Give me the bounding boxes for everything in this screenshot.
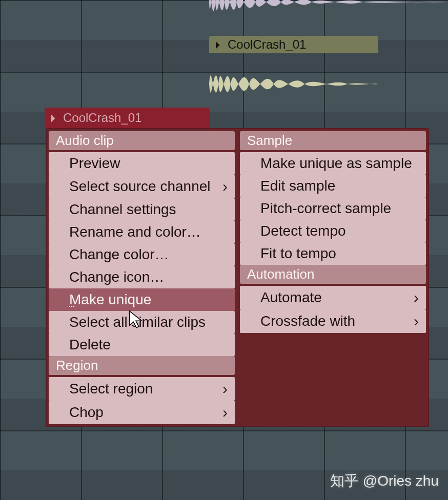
menu-item-label: Preview [69, 155, 120, 172]
waveform [209, 0, 448, 23]
play-icon: ⏵ [213, 39, 223, 50]
menu-item-label: Pitch-correct sample [260, 200, 391, 217]
clip-name: CoolCrash_01 [228, 37, 306, 52]
menu-item-label: Change icon… [69, 269, 164, 285]
audio-clip-b[interactable]: ⏵ CoolCrash_01 [209, 36, 378, 115]
chevron-right-icon: › [222, 380, 228, 398]
menu-item-label: Change color… [69, 246, 169, 263]
menu-item-label: Select all similar clips [69, 314, 206, 330]
audio-clip-c[interactable]: ⏵ CoolCrash_01 [45, 108, 210, 128]
menu-item-channel-settings[interactable]: Channel settings [49, 198, 235, 221]
menu-item-change-icon[interactable]: Change icon… [49, 266, 235, 288]
menu-item-make-unique[interactable]: Make unique [49, 288, 235, 311]
menu-item-label: Delete [69, 337, 111, 353]
chevron-right-icon: › [414, 289, 419, 306]
menu-item-label: Crossfade with [260, 313, 355, 329]
section-header-region: Region [49, 356, 235, 375]
menu-item-label: Detect tempo [260, 223, 346, 239]
menu-item-preview[interactable]: Preview [49, 152, 235, 175]
menu-item-edit-sample[interactable]: Edit sample [240, 175, 426, 197]
menu-item-rename-and-color[interactable]: Rename and color… [49, 221, 235, 243]
menu-item-crossfade-with[interactable]: Crossfade with › [240, 309, 426, 333]
menu-item-select-all-similar-clips[interactable]: Select all similar clips [49, 311, 235, 334]
clip-header[interactable]: ⏵ CoolCrash_01 [209, 36, 378, 53]
watermark: 知乎 @Ories zhu [330, 471, 439, 491]
clip-name: CoolCrash_01 [63, 111, 141, 125]
audio-clip-a[interactable] [209, 0, 448, 23]
menu-item-label: Fit to tempo [260, 245, 336, 262]
menu-item-label: Select source channel [69, 178, 211, 195]
menu-item-fit-to-tempo[interactable]: Fit to tempo [240, 242, 426, 265]
menu-item-chop[interactable]: Chop › [49, 401, 235, 424]
menu-item-change-color[interactable]: Change color… [49, 243, 235, 266]
menu-item-label: Edit sample [260, 178, 335, 194]
clip-header[interactable]: ⏵ CoolCrash_01 [45, 108, 210, 128]
menu-item-automate[interactable]: Automate › [240, 286, 426, 309]
chevron-right-icon: › [222, 404, 228, 421]
section-header-automation: Automation [240, 265, 426, 284]
menu-item-label: Rename and color… [69, 224, 201, 240]
menu-left-column: Audio clip Preview Select source channel… [49, 131, 235, 424]
section-header-sample: Sample [240, 131, 426, 150]
play-icon: ⏵ [49, 113, 59, 123]
context-menu: Audio clip Preview Select source channel… [46, 128, 429, 427]
menu-item-delete[interactable]: Delete [49, 334, 235, 356]
menu-item-label: Make unique as sample [260, 155, 412, 172]
menu-item-label: Automate [260, 289, 322, 306]
menu-right-column: Sample Make unique as sample Edit sample… [240, 131, 426, 424]
menu-item-select-region[interactable]: Select region › [49, 377, 235, 401]
waveform [209, 53, 378, 115]
section-header-audio-clip: Audio clip [49, 131, 235, 150]
menu-item-pitch-correct-sample[interactable]: Pitch-correct sample [240, 197, 426, 220]
menu-item-select-source-channel[interactable]: Select source channel › [49, 175, 235, 198]
menu-item-label: Chop [69, 404, 104, 421]
chevron-right-icon: › [414, 312, 419, 330]
menu-item-label: Select region [69, 381, 153, 397]
menu-item-label: Channel settings [69, 201, 176, 218]
chevron-right-icon: › [222, 178, 228, 195]
menu-item-label: Make unique [69, 291, 151, 308]
menu-item-make-unique-as-sample[interactable]: Make unique as sample [240, 152, 426, 175]
menu-item-detect-tempo[interactable]: Detect tempo [240, 220, 426, 242]
